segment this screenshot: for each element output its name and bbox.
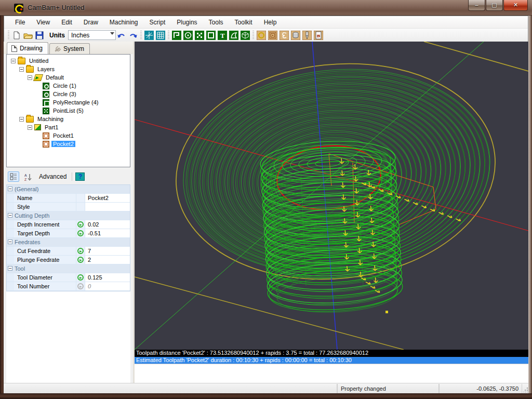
toolbar-grip[interactable] <box>168 31 169 40</box>
draw-rectangle-icon[interactable] <box>206 30 216 41</box>
category-collapse-icon[interactable] <box>8 266 12 271</box>
draw-polyline-icon[interactable] <box>171 30 182 41</box>
menu-item-toolkit[interactable]: Toolkit <box>229 17 258 28</box>
tree-item-label: Part1 <box>43 124 60 130</box>
svg-text:NC: NC <box>317 35 321 37</box>
tab-system[interactable]: System <box>49 43 90 54</box>
property-value-field[interactable]: 0.02 <box>85 220 130 229</box>
viewport-filler <box>135 364 528 383</box>
machine-pocket-icon[interactable] <box>268 30 278 41</box>
minimize-button[interactable]: – <box>468 0 485 11</box>
folder-icon <box>18 58 25 64</box>
category-collapse-icon[interactable] <box>8 240 12 244</box>
menu-item-script[interactable]: Script <box>144 17 171 28</box>
tree-item-layers[interactable]: Layers <box>7 65 130 73</box>
close-button[interactable]: ✕ <box>503 0 528 11</box>
property-value-field[interactable]: -0.51 <box>85 229 130 237</box>
property-label: Style <box>14 203 76 211</box>
property-value-field[interactable] <box>85 203 130 211</box>
title-bar[interactable]: CamBam+ Untitled – ▢ ✕ <box>0 0 532 16</box>
menu-item-view[interactable]: View <box>31 17 56 28</box>
property-value-field[interactable]: 0 <box>85 282 130 290</box>
menu-item-file[interactable]: File <box>9 17 31 28</box>
menu-item-draw[interactable]: Draw <box>78 17 104 28</box>
snap-grid-icon[interactable] <box>155 30 166 41</box>
tree-item-part1[interactable]: Part1 <box>7 123 130 131</box>
new-file-icon[interactable] <box>11 30 22 41</box>
units-label: Units <box>49 32 65 39</box>
toolbar-grip[interactable] <box>140 31 142 40</box>
property-value-field[interactable]: Pocket2 <box>85 194 130 202</box>
property-category-tool[interactable]: Tool <box>7 264 130 273</box>
property-label: Depth Increment <box>14 220 76 229</box>
toolpath-duration-status[interactable]: Estimated Toolpath 'Pocket2' duration : … <box>135 357 528 364</box>
resize-grip[interactable] <box>522 383 528 393</box>
maximize-button[interactable]: ▢ <box>486 0 503 11</box>
category-collapse-icon[interactable] <box>8 187 12 191</box>
categorized-view-button[interactable] <box>8 171 19 182</box>
tree-collapse-icon[interactable] <box>28 75 32 80</box>
help-button[interactable]: ? <box>75 172 85 181</box>
tree-item-pocket1[interactable]: Pocket1 <box>7 131 130 140</box>
property-row-tool-number: Tool Number0 <box>7 282 130 291</box>
toolbar-grip[interactable] <box>8 31 9 40</box>
tree-item-pocket2[interactable]: Pocket2 <box>7 140 130 148</box>
folder-icon <box>26 116 34 123</box>
tree-item-circle-3-[interactable]: Circle (3) <box>7 90 130 98</box>
machine-drill-icon[interactable] <box>290 30 301 41</box>
tree-collapse-icon[interactable] <box>11 59 16 63</box>
machine-profile-icon[interactable] <box>256 30 267 41</box>
tree-collapse-icon[interactable] <box>19 117 24 122</box>
status-bar: Property changed -0.0625, -0.3750 <box>4 383 528 393</box>
toolbar-grip[interactable] <box>252 31 254 40</box>
advanced-button[interactable]: Advanced <box>37 172 69 181</box>
draw-pointlist-icon[interactable] <box>194 30 205 41</box>
tree-item-polyrectangle-4-[interactable]: PolyRectangle (4) <box>7 98 130 107</box>
draw-surface-icon[interactable] <box>229 30 239 41</box>
row-margin <box>7 247 14 255</box>
snap-point-icon[interactable] <box>144 30 154 41</box>
machine-engrave-icon[interactable] <box>279 30 289 41</box>
draw-circle-icon[interactable] <box>183 30 193 41</box>
main-toolbar: UnitsInchesTNC <box>4 29 528 42</box>
draw-text-icon[interactable]: T <box>217 30 228 41</box>
tree-item-label: PolyRectangle (4) <box>51 99 100 105</box>
inherit-arrow-icon <box>76 256 85 264</box>
category-collapse-icon[interactable] <box>8 213 12 218</box>
machine-vbit-icon[interactable] <box>302 30 312 41</box>
tree-item-pointlist-5-[interactable]: PointList (5) <box>7 107 130 115</box>
viewport-3d-canvas[interactable] <box>135 42 528 350</box>
open-file-icon[interactable] <box>23 30 33 41</box>
circle-icon <box>43 91 49 98</box>
tab-system-label: System <box>63 45 84 52</box>
menu-item-plugins[interactable]: Plugins <box>171 17 203 28</box>
tree-item-untitled[interactable]: Untitled <box>7 57 130 65</box>
application-window: CamBam+ Untitled – ▢ ✕ FileViewEditDrawM… <box>0 0 532 399</box>
tree-collapse-icon[interactable] <box>28 125 32 130</box>
tree-item-circle-1-[interactable]: Circle (1) <box>7 82 130 90</box>
menu-item-tools[interactable]: Tools <box>203 17 229 28</box>
points-icon <box>43 108 49 114</box>
units-select[interactable]: Inches <box>68 30 116 40</box>
machine-gcode-icon[interactable]: NC <box>313 30 324 41</box>
tree-collapse-icon[interactable] <box>19 67 24 72</box>
property-value-field[interactable]: 0.125 <box>85 273 130 282</box>
redo-icon[interactable] <box>128 30 138 41</box>
tree-item-default[interactable]: Default <box>7 73 130 82</box>
menu-item-help[interactable]: Help <box>258 17 283 28</box>
alphabetical-sort-button[interactable]: AZ <box>22 171 34 182</box>
property-value-field[interactable]: 7 <box>85 247 130 255</box>
undo-icon[interactable] <box>116 30 127 41</box>
property-value-field[interactable]: 2 <box>85 256 130 264</box>
draw-3d-icon[interactable] <box>240 30 250 41</box>
pocket-icon <box>43 132 49 139</box>
property-category-feedrates[interactable]: Feedrates <box>7 238 130 247</box>
save-file-icon[interactable] <box>34 30 45 41</box>
menu-item-machining[interactable]: Machining <box>104 17 144 28</box>
property-category-cutting-depth[interactable]: Cutting Depth <box>7 211 130 220</box>
tree-item-machining[interactable]: Machining <box>7 115 130 123</box>
category-label: Tool <box>15 264 25 273</box>
menu-item-edit[interactable]: Edit <box>56 17 78 28</box>
tab-drawing[interactable]: Drawing <box>7 42 48 54</box>
property-category--general-[interactable]: (General) <box>7 185 130 194</box>
